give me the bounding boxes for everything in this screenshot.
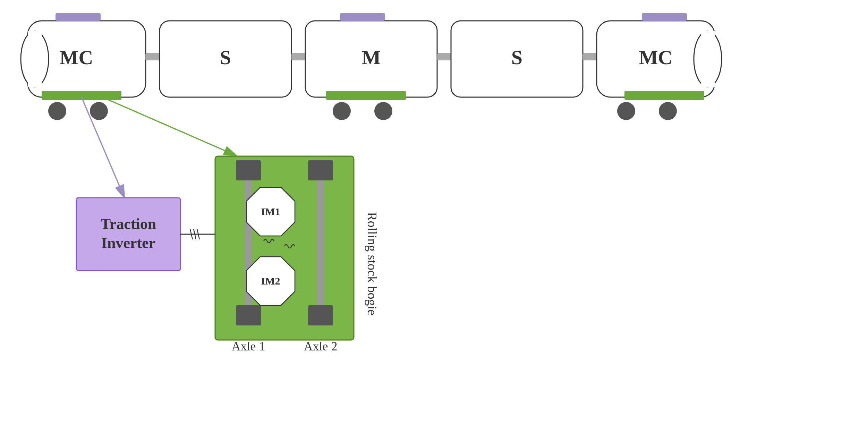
- arrow-purple: [82, 97, 124, 197]
- car-s-left-label: S: [220, 46, 231, 69]
- svg-point-19: [694, 31, 722, 87]
- axle-shaft-right: [317, 180, 324, 305]
- svg-rect-18: [597, 21, 715, 97]
- bogie-label: Rolling stock bogie: [365, 212, 380, 315]
- car-s-right: S: [451, 21, 583, 97]
- car-mc-left-label: MC: [60, 46, 93, 69]
- svg-point-1: [21, 31, 49, 87]
- car-s-right-label: S: [511, 46, 522, 69]
- svg-rect-20: [701, 31, 715, 87]
- svg-rect-15: [437, 54, 451, 60]
- axle1-label: Axle 1: [232, 339, 265, 353]
- svg-rect-17: [583, 54, 597, 60]
- svg-point-13: [333, 102, 351, 120]
- svg-rect-12: [326, 91, 406, 100]
- traction-inverter-label-line2: Inverter: [101, 235, 155, 252]
- traction-inverter-label-line1: Traction: [101, 215, 156, 232]
- car-mc-left: MC: [21, 13, 146, 120]
- car-mc-right-label: MC: [639, 46, 673, 69]
- svg-rect-10: [305, 21, 437, 97]
- arrow-green: [102, 97, 236, 155]
- svg-point-14: [374, 102, 392, 120]
- svg-rect-16: [451, 21, 583, 97]
- motor-im2: [246, 257, 295, 305]
- axle-block-bl: [236, 305, 261, 325]
- svg-line-25: [190, 229, 193, 239]
- svg-line-27: [197, 229, 199, 239]
- svg-point-24: [659, 102, 677, 120]
- svg-rect-2: [28, 31, 42, 87]
- svg-rect-3: [56, 13, 101, 21]
- svg-rect-0: [28, 21, 146, 97]
- svg-rect-11: [340, 13, 385, 21]
- svg-rect-4: [42, 91, 121, 100]
- inductor-symbol-1: [264, 239, 274, 243]
- svg-line-26: [194, 229, 196, 239]
- motor-im1-label: IM1: [261, 206, 280, 217]
- svg-rect-21: [642, 13, 687, 21]
- car-mc-right: MC: [597, 13, 722, 120]
- car-m-center-label: M: [362, 46, 381, 69]
- axle2-label: Axle 2: [304, 339, 338, 353]
- svg-rect-7: [146, 54, 160, 60]
- inductor-symbol-2: [284, 245, 295, 248]
- svg-point-23: [617, 102, 635, 120]
- diagram-svg: MC S M: [0, 0, 868, 433]
- axle-shaft-left: [245, 180, 252, 305]
- car-m-center: M: [305, 13, 437, 120]
- motor-im2-label: IM2: [261, 275, 280, 287]
- axle-block-br: [308, 305, 333, 325]
- svg-rect-22: [624, 91, 704, 100]
- axle-block-tl: [236, 160, 261, 180]
- motor-im1: [246, 187, 295, 236]
- bogie-box: [215, 156, 354, 340]
- svg-point-5: [48, 102, 66, 120]
- axle-block-tr: [308, 160, 333, 180]
- car-s-left: S: [160, 21, 291, 97]
- svg-rect-9: [291, 54, 305, 60]
- svg-rect-8: [160, 21, 291, 97]
- svg-point-6: [90, 102, 108, 120]
- traction-inverter-box: [76, 198, 180, 271]
- main-container: MC S M: [0, 0, 868, 433]
